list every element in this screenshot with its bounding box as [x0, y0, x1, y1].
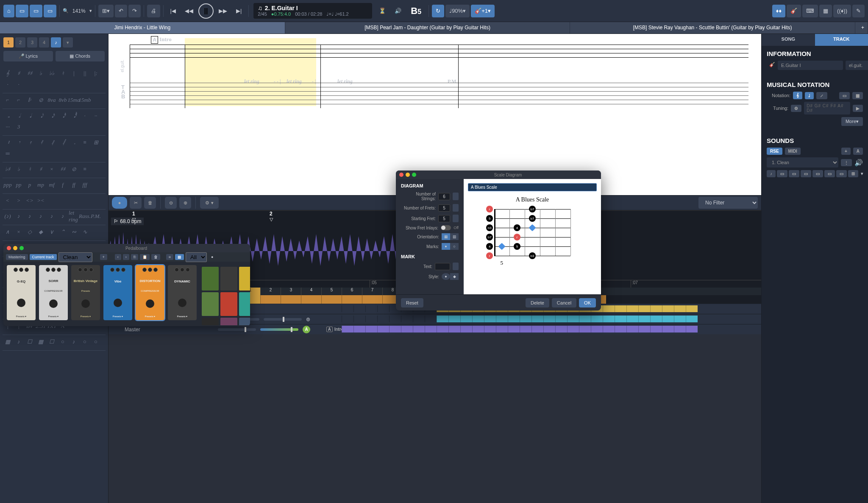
timeline-block[interactable]	[281, 295, 301, 304]
palette-item[interactable]: >	[14, 196, 24, 206]
delete-button[interactable]: Delete	[526, 298, 549, 307]
fx-5[interactable]: ▭	[812, 170, 823, 177]
palette-item[interactable]: ○	[91, 337, 101, 347]
inspector-tab-song[interactable]: SONG	[762, 34, 815, 46]
fx-expand[interactable]: ▾	[861, 171, 863, 176]
palette-item[interactable]: 𝅘𝅥𝅰	[58, 111, 68, 121]
orientation-toggle[interactable]: ▦▥	[442, 233, 459, 240]
pedal-thumbnail[interactable]	[220, 267, 237, 291]
doc-tab-0[interactable]: Jimi Hendrix - Little Wing	[0, 22, 285, 34]
scale-dot[interactable]: 5	[486, 215, 493, 222]
scale-dot[interactable]	[498, 243, 506, 250]
palette-item[interactable]: ⌐	[14, 95, 24, 105]
palette-item[interactable]: ○	[80, 337, 90, 347]
timeline-block[interactable]	[260, 295, 281, 304]
timeline-block[interactable]	[321, 295, 342, 304]
palette-item[interactable]: (♪)	[3, 211, 13, 221]
palette-item[interactable]: 𝅀	[36, 137, 46, 148]
pedalboard-titlebar[interactable]: Pedalboard	[3, 244, 250, 252]
scale-dot[interactable]: r	[486, 206, 493, 212]
palette-item[interactable]: ≡	[80, 137, 90, 148]
track-display[interactable]: ♫2. E.Guitar I 2/45 ●0.75:4.0 00:03 / 02…	[253, 3, 372, 19]
palette-item[interactable]: 3	[14, 122, 24, 132]
palette-item[interactable]: mf	[47, 180, 57, 190]
pedal-thumbnail[interactable]	[220, 292, 237, 316]
palette-item[interactable]: ♪	[14, 211, 24, 221]
volume-icon[interactable]: 🔊	[854, 159, 863, 167]
keyboard-button[interactable]: ⌨	[802, 5, 818, 17]
palette-item[interactable]: ♪	[69, 337, 79, 347]
pb-preset-select[interactable]: Clean	[58, 252, 92, 262]
voice-2[interactable]: 2	[15, 37, 25, 48]
palette-item[interactable]: ♪	[36, 211, 46, 221]
palette-item[interactable]: ∾	[69, 227, 79, 237]
auto-sound-button[interactable]: A	[853, 148, 863, 155]
track-name-field[interactable]	[778, 61, 843, 70]
fx-6[interactable]: ▭	[824, 170, 835, 177]
multivoice-button[interactable]: ♪	[51, 37, 61, 48]
settings-button[interactable]: ⚙ ▾	[200, 197, 219, 209]
tuning-display[interactable]: D# G# C# F# A# D#	[804, 102, 850, 115]
palette-item[interactable]: 𝅁	[47, 137, 57, 148]
speed-button[interactable]: ♩ 90% ▾	[445, 5, 470, 17]
fx-2[interactable]: ▭	[777, 170, 787, 177]
palette-item[interactable]: ▦	[3, 337, 13, 347]
mic-button[interactable]: ((♦))	[833, 5, 851, 17]
palette-item[interactable]: ·	[80, 111, 90, 121]
palette-item[interactable]: ∧	[3, 227, 13, 237]
pedal-thumbnail[interactable]	[239, 318, 250, 325]
pb-toggle[interactable]: ●	[211, 255, 213, 259]
scale-dot[interactable]: b3	[486, 224, 493, 231]
strings-input[interactable]	[438, 193, 450, 200]
add-sound-button[interactable]: +	[841, 148, 851, 155]
notation-tab-button[interactable]: ♩	[805, 92, 814, 99]
palette-item[interactable]: ×	[14, 227, 24, 237]
scale-name-input[interactable]	[468, 183, 597, 191]
maximize-icon[interactable]	[412, 173, 416, 177]
palette-item[interactable]: 𝄾	[14, 137, 24, 148]
pedal[interactable]: DYNAMICPresets ▾	[168, 265, 197, 320]
marks-toggle[interactable]: ●○	[442, 243, 459, 250]
palette-item[interactable]: ○	[58, 337, 68, 347]
toggle-1[interactable]: ●	[112, 197, 127, 209]
maximize-icon[interactable]	[19, 246, 24, 250]
palette-item[interactable]: ◇	[25, 227, 35, 237]
palette-item[interactable]: ☐	[25, 337, 35, 347]
bar-3[interactable]: 3	[281, 288, 301, 295]
scale-dot[interactable]: 4	[486, 243, 493, 250]
reset-button[interactable]: Reset	[401, 298, 423, 307]
master-pan-slider[interactable]	[260, 328, 298, 331]
palette-item[interactable]: ⌃	[58, 227, 68, 237]
palette-item[interactable]: ♭	[36, 68, 46, 78]
palette-item[interactable]: ≡	[80, 164, 90, 174]
zoom-value[interactable]: 141%	[70, 8, 88, 14]
start-fret-input[interactable]	[438, 215, 450, 222]
scale-dot[interactable]: b3	[529, 252, 536, 259]
new-tab-button[interactable]: +	[855, 22, 868, 34]
sound-select[interactable]: 1. Clean	[767, 157, 838, 168]
palette-item[interactable]: ><	[36, 196, 46, 206]
bar-2[interactable]: 2	[260, 288, 281, 295]
doc-tab-1[interactable]: [MSB] Pearl Jam - Daughter (Guitar by Pl…	[285, 22, 570, 34]
palette-item[interactable]: 𝅘𝅥	[25, 111, 35, 121]
inspector-tab-track[interactable]: TRACK	[815, 34, 868, 46]
track-icon[interactable]: 🎸	[769, 62, 775, 69]
palette-item[interactable]: 𝅘𝅥𝅮	[36, 111, 46, 121]
scale-dot[interactable]: 5	[514, 243, 520, 250]
palette-item[interactable]: ⌐	[3, 95, 13, 105]
metronome-button[interactable]: ⏳	[375, 5, 389, 17]
pb-current-tab[interactable]: Current track	[30, 254, 57, 260]
palette-item[interactable]: ∨	[47, 227, 57, 237]
palette-item[interactable]: ♮	[25, 164, 35, 174]
palette-item[interactable]: ◆	[36, 227, 46, 237]
start-spinner[interactable]	[453, 215, 459, 222]
voice-4[interactable]: 4	[39, 37, 49, 48]
play-pause-button[interactable]: ||	[198, 3, 214, 19]
rse-button[interactable]: RSE	[767, 148, 782, 155]
zoom-in-button[interactable]: ⊕	[179, 197, 191, 209]
fx-3[interactable]: ▭	[789, 170, 799, 177]
tuning-gear[interactable]: ⚙	[791, 105, 801, 112]
pb-undo[interactable]: +	[100, 254, 107, 260]
pb-copy[interactable]: ⎘	[131, 254, 138, 260]
palette-item[interactable]: |	[69, 68, 79, 78]
